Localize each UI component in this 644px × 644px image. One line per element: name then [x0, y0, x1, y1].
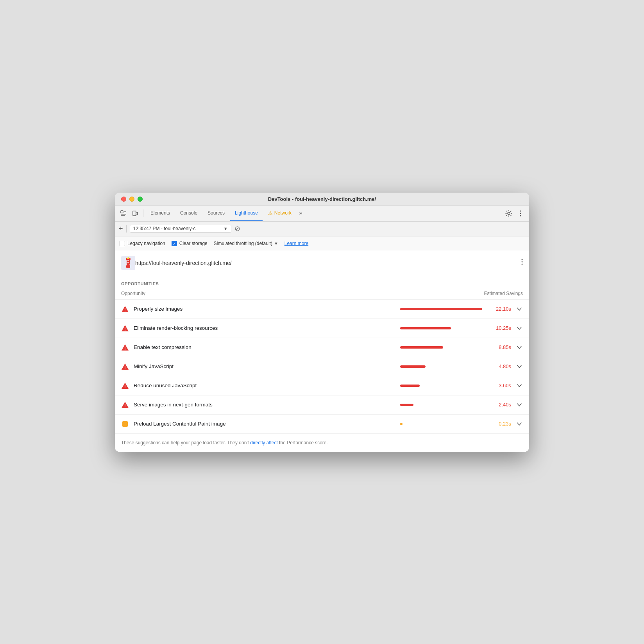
- opportunity-label: Minify JavaScript: [134, 363, 395, 369]
- warning-triangle-icon: !: [121, 401, 129, 409]
- col-savings-header: Estimated Savings: [484, 291, 523, 296]
- footer-note: These suggestions can help your page loa…: [115, 433, 529, 452]
- footer-text-after: the Performance score.: [278, 440, 328, 445]
- opportunity-row[interactable]: ! Eliminate render-blocking resources10.…: [115, 318, 529, 338]
- tab-elements[interactable]: Elements: [146, 206, 175, 221]
- expand-chevron-icon[interactable]: [516, 421, 523, 427]
- legacy-navigation-group: Legacy navigation: [120, 241, 165, 246]
- lighthouse-header: https://foul-heavenly-direction.glitch.m…: [115, 251, 529, 275]
- opportunity-row[interactable]: ! Reduce unused JavaScript3.60s: [115, 376, 529, 395]
- expand-chevron-icon[interactable]: [516, 383, 523, 388]
- warning-triangle-icon: !: [121, 343, 129, 351]
- svg-rect-17: [127, 262, 129, 263]
- throttling-arrow-icon[interactable]: ▼: [274, 241, 278, 246]
- clear-storage-group: ✓ Clear storage: [172, 241, 208, 246]
- svg-rect-14: [126, 265, 130, 268]
- warning-square-icon: [121, 420, 129, 428]
- settings-button[interactable]: [503, 208, 514, 219]
- opportunity-savings: 3.60s: [491, 383, 511, 388]
- svg-text:!: !: [124, 385, 125, 389]
- toolbar-separator: [143, 209, 143, 217]
- maximize-button[interactable]: [138, 197, 143, 202]
- options-bar: Legacy navigation ✓ Clear storage Simula…: [115, 236, 529, 251]
- expand-chevron-icon[interactable]: [516, 306, 523, 312]
- legacy-navigation-checkbox[interactable]: [120, 241, 125, 246]
- tab-more[interactable]: »: [297, 206, 305, 221]
- svg-point-7: [520, 211, 521, 212]
- opportunity-row[interactable]: ! Minify JavaScript4.80s: [115, 357, 529, 376]
- col-opportunity-header: Opportunity: [121, 291, 145, 296]
- svg-text:!: !: [124, 308, 125, 312]
- opportunity-bar-container: [400, 365, 486, 368]
- new-tab-button[interactable]: +: [119, 225, 123, 232]
- opportunity-bar-container: [400, 404, 486, 406]
- inspector-icon[interactable]: [118, 208, 129, 219]
- opportunity-label: Properly size images: [134, 306, 395, 312]
- legacy-navigation-label: Legacy navigation: [127, 241, 165, 246]
- opportunity-savings: 0.23s: [491, 421, 511, 427]
- opportunities-list: ! Properly size images22.10s ! Eliminate…: [115, 299, 529, 433]
- content-area: https://foul-heavenly-direction.glitch.m…: [115, 251, 529, 452]
- svg-point-19: [522, 261, 523, 263]
- svg-text:!: !: [124, 365, 125, 370]
- opportunity-label: Eliminate render-blocking resources: [134, 325, 395, 331]
- tab-sources[interactable]: Sources: [203, 206, 229, 221]
- opportunity-bar-container: [400, 327, 486, 329]
- warning-icon: ⚠: [268, 210, 273, 216]
- opportunity-row[interactable]: Preload Largest Contentful Paint image0.…: [115, 414, 529, 433]
- opportunity-row[interactable]: ! Enable text compression8.85s: [115, 338, 529, 357]
- opportunity-bar-container: [400, 346, 486, 349]
- tab-network[interactable]: ⚠ Network: [263, 206, 296, 221]
- address-dropdown-icon[interactable]: ▼: [224, 226, 228, 231]
- clear-storage-label: Clear storage: [179, 241, 208, 246]
- opportunity-bar: [400, 365, 426, 368]
- opportunity-row[interactable]: ! Serve images in next-gen formats2.40s: [115, 395, 529, 414]
- warning-triangle-icon: !: [121, 363, 129, 370]
- svg-rect-16: [127, 260, 129, 261]
- svg-rect-0: [121, 211, 123, 213]
- address-input-container[interactable]: 12:35:47 PM - foul-heavenly-c ▼: [130, 225, 231, 233]
- learn-more-link[interactable]: Learn more: [284, 241, 308, 246]
- tab-lighthouse[interactable]: Lighthouse: [230, 206, 263, 221]
- opportunity-bar-container: [400, 308, 486, 310]
- expand-chevron-icon[interactable]: [516, 326, 523, 331]
- directly-affect-link[interactable]: directly affect: [250, 440, 277, 445]
- opportunity-bar-container: [400, 385, 486, 387]
- lighthouse-menu-button[interactable]: [521, 259, 523, 267]
- opportunity-savings: 4.80s: [491, 363, 511, 369]
- throttling-label: Simulated throttling (default): [214, 241, 272, 246]
- devtools-toolbar: Elements Console Sources Lighthouse ⚠ Ne…: [115, 206, 529, 222]
- svg-point-9: [520, 215, 521, 216]
- expand-chevron-icon[interactable]: [516, 402, 523, 408]
- clear-storage-checkbox[interactable]: ✓: [172, 241, 177, 246]
- expand-chevron-icon[interactable]: [516, 364, 523, 369]
- opportunity-bar: [400, 346, 443, 349]
- opportunity-label: Reduce unused JavaScript: [134, 383, 395, 388]
- warning-triangle-icon: !: [121, 305, 129, 313]
- svg-rect-4: [133, 211, 136, 216]
- svg-rect-5: [136, 212, 138, 215]
- svg-point-8: [520, 213, 521, 214]
- opportunity-bar-container: [400, 423, 486, 425]
- devtools-window: DevTools - foul-heavenly-direction.glitc…: [115, 193, 529, 452]
- title-bar: DevTools - foul-heavenly-direction.glitc…: [115, 193, 529, 206]
- opportunity-savings: 22.10s: [491, 306, 511, 312]
- tab-console[interactable]: Console: [175, 206, 202, 221]
- svg-point-18: [522, 259, 523, 260]
- warning-triangle-icon: !: [121, 324, 129, 332]
- lighthouse-logo-icon: [121, 256, 135, 270]
- opportunity-savings: 2.40s: [491, 402, 511, 408]
- opportunity-savings: 8.85s: [491, 344, 511, 350]
- opportunity-label: Enable text compression: [134, 344, 395, 350]
- more-options-button[interactable]: [515, 208, 526, 219]
- opportunity-bar: [400, 423, 402, 425]
- opportunity-row[interactable]: ! Properly size images22.10s: [115, 299, 529, 318]
- block-icon[interactable]: ⊘: [234, 224, 240, 233]
- close-button[interactable]: [121, 197, 126, 202]
- opportunity-bar: [400, 385, 420, 387]
- minimize-button[interactable]: [129, 197, 134, 202]
- device-toggle-icon[interactable]: [130, 208, 141, 219]
- expand-chevron-icon[interactable]: [516, 345, 523, 350]
- svg-text:!: !: [124, 404, 125, 408]
- svg-point-6: [508, 212, 510, 215]
